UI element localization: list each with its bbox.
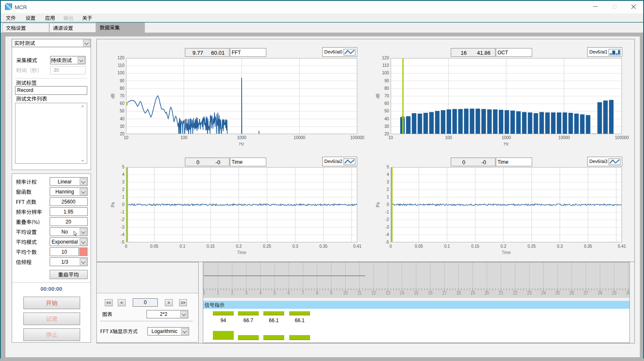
svg-text:2: 2 — [231, 291, 234, 295]
svg-text:29: 29 — [612, 291, 617, 295]
svg-text:30: 30 — [626, 291, 629, 295]
svg-text:5: 5 — [273, 291, 276, 295]
svg-text:7: 7 — [302, 291, 304, 295]
svg-text:10: 10 — [343, 291, 348, 295]
svg-text:12: 12 — [371, 291, 376, 295]
svg-text:15: 15 — [414, 291, 419, 295]
svg-text:1: 1 — [217, 291, 220, 295]
svg-text:27: 27 — [583, 291, 588, 295]
svg-text:9: 9 — [330, 291, 333, 295]
svg-text:13: 13 — [386, 291, 391, 295]
svg-text:18: 18 — [456, 291, 461, 295]
svg-text:17: 17 — [442, 291, 447, 295]
svg-text:8: 8 — [316, 291, 318, 295]
svg-text:21: 21 — [499, 291, 504, 295]
svg-text:16: 16 — [428, 291, 433, 295]
svg-text:3: 3 — [245, 291, 247, 295]
svg-text:22: 22 — [513, 291, 518, 295]
svg-text:19: 19 — [470, 291, 475, 295]
svg-text:20: 20 — [485, 291, 490, 295]
svg-text:4: 4 — [259, 291, 262, 295]
svg-text:14: 14 — [400, 291, 405, 295]
svg-text:25: 25 — [555, 291, 560, 295]
svg-text:6: 6 — [288, 291, 290, 295]
svg-text:28: 28 — [598, 291, 603, 295]
svg-text:26: 26 — [569, 291, 574, 295]
svg-text:24: 24 — [541, 291, 546, 295]
svg-text:23: 23 — [527, 291, 532, 295]
svg-text:0: 0 — [203, 291, 205, 295]
svg-text:11: 11 — [357, 291, 362, 295]
